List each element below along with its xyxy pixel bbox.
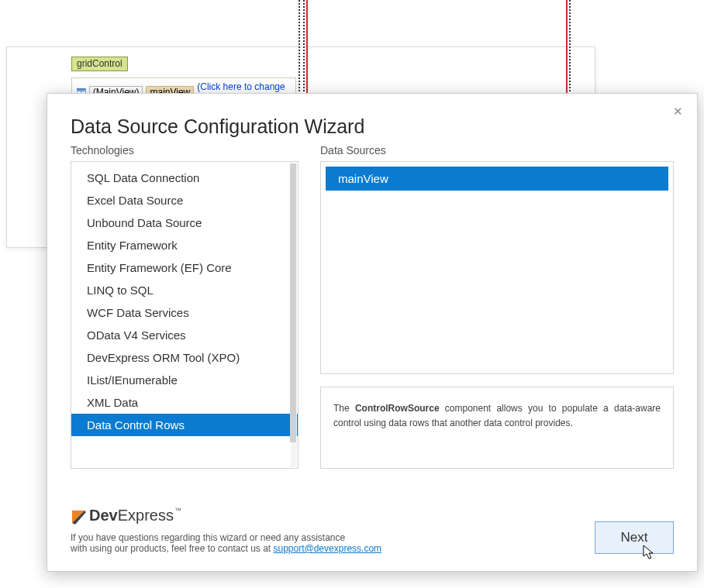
scrollbar-thumb[interactable] bbox=[290, 163, 296, 442]
datasources-label: Data Sources bbox=[320, 144, 674, 156]
technology-item[interactable]: Unbound Data Source bbox=[84, 211, 288, 234]
svg-rect-0 bbox=[77, 88, 86, 90]
technology-item[interactable]: DevExpress ORM Tool (XPO) bbox=[84, 346, 288, 369]
technologies-label: Technologies bbox=[71, 144, 299, 156]
technology-item[interactable]: Entity Framework (EF) Core bbox=[84, 256, 288, 279]
technology-item[interactable]: XML Data bbox=[84, 391, 288, 414]
wizard-title: Data Source Configuration Wizard bbox=[71, 115, 674, 138]
technology-item[interactable]: WCF Data Services bbox=[84, 301, 288, 324]
footer-line2: with using our products, feel free to co… bbox=[71, 543, 381, 554]
mouse-cursor-icon bbox=[643, 545, 655, 560]
close-icon[interactable]: ✕ bbox=[673, 105, 683, 119]
gridcontrol-label[interactable]: gridControl bbox=[71, 57, 128, 71]
next-button[interactable]: Next bbox=[595, 521, 674, 554]
technology-item[interactable]: Entity Framework bbox=[84, 234, 288, 256]
support-email-link[interactable]: support@devexpress.com bbox=[273, 543, 381, 554]
scrollbar-track[interactable] bbox=[291, 163, 297, 467]
technology-item[interactable]: LINQ to SQL bbox=[84, 279, 288, 301]
technology-item[interactable]: SQL Data Connection bbox=[84, 167, 288, 189]
data-source-wizard-dialog: ✕ Data Source Configuration Wizard Techn… bbox=[47, 93, 698, 572]
technology-item[interactable]: Excel Data Source bbox=[84, 189, 288, 211]
footer-line1: If you have questions regarding this wiz… bbox=[71, 532, 381, 543]
technology-item[interactable]: Data Control Rows bbox=[71, 414, 298, 436]
footer-info: DevExpress™ If you have questions regard… bbox=[71, 507, 381, 554]
svg-marker-6 bbox=[644, 545, 653, 559]
devexpress-logo: DevExpress™ bbox=[71, 507, 381, 524]
technology-item[interactable]: IList/IEnumerable bbox=[84, 369, 288, 391]
technologies-listbox[interactable]: SQL Data ConnectionExcel Data SourceUnbo… bbox=[71, 161, 299, 469]
description-box: The ControlRowSource component allows yo… bbox=[320, 387, 674, 469]
devexpress-logo-icon bbox=[71, 507, 88, 524]
datasource-item[interactable]: mainView bbox=[326, 167, 668, 191]
datasources-listbox[interactable]: mainView bbox=[320, 161, 674, 374]
technology-item[interactable]: OData V4 Services bbox=[84, 324, 288, 346]
